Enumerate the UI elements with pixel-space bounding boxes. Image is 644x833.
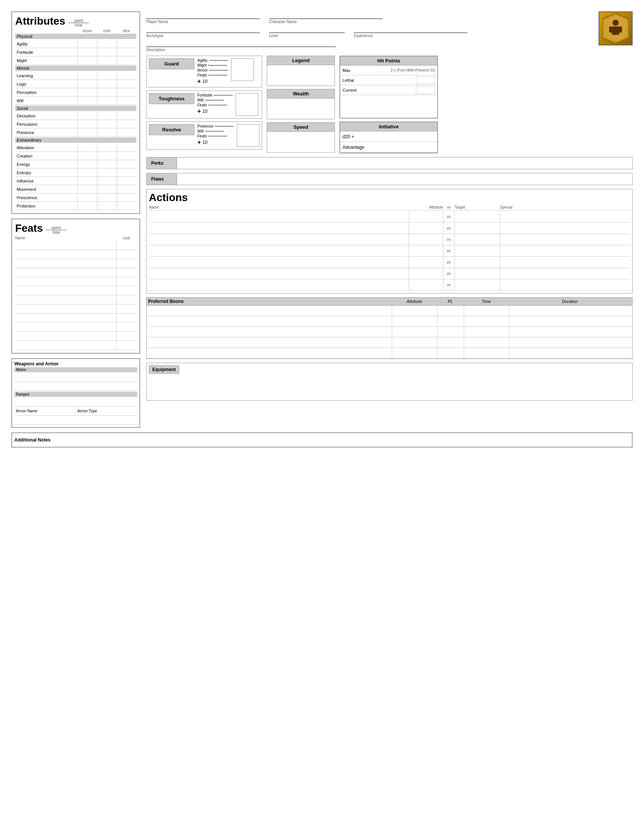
energy-dice[interactable] <box>117 160 136 168</box>
boon-4-attr[interactable] <box>392 338 438 347</box>
might-score[interactable] <box>77 56 97 64</box>
perception-dice[interactable] <box>117 88 136 96</box>
action-5-name[interactable] <box>149 257 409 268</box>
creation-score[interactable] <box>77 152 97 160</box>
guard-might-blank[interactable] <box>208 65 227 66</box>
boon-4-time[interactable] <box>464 338 510 347</box>
might-dice[interactable] <box>117 56 136 64</box>
perception-score[interactable] <box>77 88 97 96</box>
archetype-input[interactable] <box>146 26 260 33</box>
guard-feats-blank[interactable] <box>208 75 227 76</box>
boon-1-pl[interactable] <box>438 306 464 316</box>
resolve-feats-blank[interactable] <box>208 136 227 136</box>
action-7-special[interactable] <box>500 280 630 290</box>
energy-score[interactable] <box>77 160 97 168</box>
toughness-feats-blank[interactable] <box>208 105 227 105</box>
might-cost[interactable] <box>97 56 117 64</box>
action-5-attr[interactable] <box>409 257 443 268</box>
boon-1-duration[interactable] <box>510 306 632 316</box>
initiative-d20-row[interactable]: d20 + <box>340 131 437 142</box>
movement-dice[interactable] <box>117 185 136 193</box>
resolve-value-box[interactable] <box>237 124 259 147</box>
speed-body[interactable] <box>267 132 335 153</box>
prescience-score[interactable] <box>77 193 97 201</box>
boon-2-name[interactable] <box>147 316 392 326</box>
action-3-attr[interactable] <box>409 234 443 245</box>
entropy-dice[interactable] <box>117 169 136 177</box>
movement-score[interactable] <box>77 185 97 193</box>
boon-5-time[interactable] <box>464 348 510 358</box>
level-input[interactable] <box>269 26 345 33</box>
flaws-content[interactable] <box>180 174 630 185</box>
action-2-name[interactable] <box>149 223 409 234</box>
boon-3-name[interactable] <box>147 327 392 337</box>
perception-cost[interactable] <box>97 88 117 96</box>
player-name-input[interactable] <box>146 11 260 19</box>
action-1-special[interactable] <box>500 211 630 222</box>
action-6-special[interactable] <box>500 268 630 279</box>
feat-row-8[interactable] <box>15 304 136 314</box>
perks-content[interactable] <box>180 158 630 169</box>
action-2-target[interactable] <box>455 223 500 234</box>
boon-1-name[interactable] <box>147 306 392 316</box>
feat-row-4[interactable] <box>15 268 136 277</box>
logic-dice[interactable] <box>117 80 136 88</box>
feat-row-3[interactable] <box>15 259 136 268</box>
wealth-body[interactable] <box>267 98 335 119</box>
entropy-cost[interactable] <box>97 169 117 177</box>
additional-notes-section[interactable]: Additional Notes <box>11 433 633 447</box>
description-input[interactable] <box>146 39 336 47</box>
deception-dice[interactable] <box>117 112 136 120</box>
boon-3-time[interactable] <box>464 327 510 337</box>
persuasion-score[interactable] <box>77 120 97 128</box>
boon-2-time[interactable] <box>464 316 510 326</box>
boon-5-attr[interactable] <box>392 348 438 358</box>
action-2-special[interactable] <box>500 223 630 234</box>
alteration-cost[interactable] <box>97 143 117 151</box>
action-4-attr[interactable] <box>409 245 443 256</box>
alteration-score[interactable] <box>77 143 97 151</box>
boon-4-duration[interactable] <box>510 338 632 347</box>
presence-cost[interactable] <box>97 129 117 136</box>
action-3-target[interactable] <box>455 234 500 245</box>
influence-score[interactable] <box>77 177 97 185</box>
equipment-body[interactable] <box>149 375 630 398</box>
feat-row-5[interactable] <box>15 277 136 286</box>
feat-row-10[interactable] <box>15 323 136 332</box>
action-4-special[interactable] <box>500 245 630 256</box>
boon-5-duration[interactable] <box>510 348 632 358</box>
action-7-attr[interactable] <box>409 280 443 290</box>
boon-3-attr[interactable] <box>392 327 438 337</box>
initiative-advantage-row[interactable]: Advantage <box>340 142 437 153</box>
action-1-name[interactable] <box>149 211 409 222</box>
resolve-will-blank[interactable] <box>205 131 224 131</box>
fortitude-score[interactable] <box>77 48 97 56</box>
presence-dice[interactable] <box>117 129 136 136</box>
experience-input[interactable] <box>354 26 467 33</box>
action-1-target[interactable] <box>455 211 500 222</box>
prescience-cost[interactable] <box>97 193 117 201</box>
protection-score[interactable] <box>77 202 97 210</box>
action-3-name[interactable] <box>149 234 409 245</box>
toughness-will-blank[interactable] <box>205 100 224 100</box>
boon-3-pl[interactable] <box>438 327 464 337</box>
action-3-special[interactable] <box>500 234 630 245</box>
learning-dice[interactable] <box>117 72 136 79</box>
feat-row-11[interactable] <box>15 332 136 341</box>
action-4-name[interactable] <box>149 245 409 256</box>
will-score[interactable] <box>77 96 97 105</box>
boon-5-name[interactable] <box>147 348 392 358</box>
melee-row-1[interactable] <box>14 373 137 382</box>
persuasion-dice[interactable] <box>117 120 136 128</box>
toughness-fortitude-blank[interactable] <box>214 95 233 95</box>
feat-row-9[interactable] <box>15 314 136 323</box>
boon-4-pl[interactable] <box>438 338 464 347</box>
action-1-attr[interactable] <box>409 211 443 222</box>
protection-dice[interactable] <box>117 202 136 210</box>
hp-current-value[interactable] <box>416 86 435 94</box>
guard-agility-blank[interactable] <box>209 60 228 61</box>
action-2-attr[interactable] <box>409 223 443 234</box>
hp-lethal-value[interactable] <box>416 77 435 84</box>
character-name-input[interactable] <box>269 11 383 19</box>
boon-4-name[interactable] <box>147 338 392 347</box>
